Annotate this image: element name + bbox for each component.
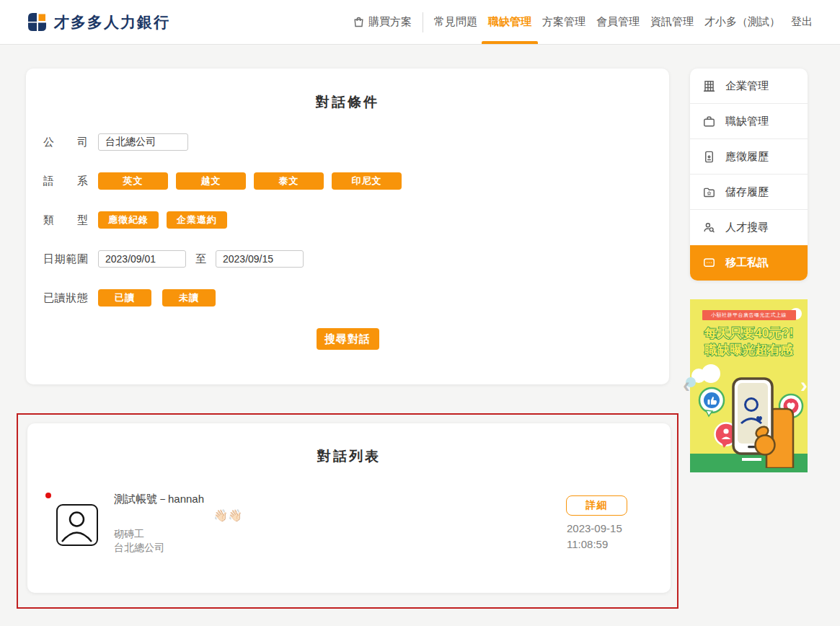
read-status-row: 已讀狀態 已讀 未讀: [43, 289, 652, 307]
sidebar-item-application-resumes[interactable]: 應徵履歷: [690, 139, 808, 175]
nav-label: 才小多（測試）: [704, 15, 780, 29]
nav-item-logout[interactable]: 登出: [791, 0, 813, 44]
nav-divider: [423, 12, 423, 32]
company-label: 公司: [43, 136, 88, 149]
language-button-indonesian[interactable]: 印尼文: [332, 172, 402, 190]
sidebar-item-label: 人才搜尋: [725, 221, 769, 234]
company-input[interactable]: [98, 133, 188, 151]
nav-label: 會員管理: [596, 15, 640, 29]
ad-headline-line2: 職缺曝光超有感: [690, 342, 808, 358]
conversation-list-card: 對話列表 測試帳號－hannah 👋🏻👋🏻 砌磚工 台北總公司 詳細 2023-…: [27, 423, 671, 593]
nav-item-info-management[interactable]: 資訊管理: [650, 0, 694, 44]
language-label: 語系: [43, 175, 88, 188]
list-card-title: 對話列表: [27, 447, 671, 466]
unread-dot: [45, 493, 51, 498]
nav-label: 職缺管理: [488, 15, 531, 29]
sidebar-item-migrant-messages[interactable]: 移工私訊: [690, 245, 808, 281]
sidebar-item-label: 移工私訊: [725, 256, 769, 270]
language-button-english[interactable]: 英文: [98, 172, 168, 190]
nav-label: 方案管理: [542, 15, 585, 29]
nav-item-member-management[interactable]: 會員管理: [596, 0, 640, 44]
nav-item-faq[interactable]: 常見問題: [434, 0, 477, 44]
logo-icon: [27, 12, 47, 32]
ad-illustration: [690, 374, 808, 468]
nav-label: 購買方案: [368, 15, 412, 29]
sidebar-item-talent-search[interactable]: 人才搜尋: [690, 210, 808, 245]
language-row: 語系 英文 越文 泰文 印尼文: [43, 172, 652, 190]
date-range-row: 日期範圍 至: [43, 250, 652, 268]
conversation-company: 台北總公司: [114, 542, 164, 555]
main-nav: 購買方案 常見問題 職缺管理 方案管理 會員管理 資訊管理 才小多（測試） 登出: [353, 0, 813, 44]
language-button-vietnamese[interactable]: 越文: [176, 172, 246, 190]
carousel-left-arrow-icon[interactable]: ‹: [683, 374, 690, 396]
conversation-filter-card: 對話條件 公司 語系 英文 越文 泰文 印尼文 類型 應徵紀錄 企業邀約 日期範…: [26, 69, 669, 384]
briefcase-icon: [702, 114, 716, 128]
type-label: 類型: [43, 213, 88, 227]
shopping-bag-icon: [353, 16, 365, 28]
nav-label: 常見問題: [434, 15, 477, 29]
sidebar-item-label: 應徵履歷: [725, 150, 769, 164]
sidebar-item-company-management[interactable]: 企業管理: [690, 69, 808, 104]
date-to-input[interactable]: [216, 250, 304, 268]
ad-headline-line1: 每天只要40元?!: [690, 325, 808, 342]
company-row: 公司: [43, 133, 652, 151]
sidebar-item-label: 職缺管理: [725, 115, 769, 128]
filter-card-title: 對話條件: [43, 93, 652, 112]
date-from-input[interactable]: [98, 250, 186, 268]
conversation-name: 測試帳號－hannah: [114, 493, 204, 506]
chat-icon: [702, 256, 716, 270]
nav-item-plan-management[interactable]: 方案管理: [542, 0, 585, 44]
language-button-thai[interactable]: 泰文: [254, 172, 324, 190]
nav-item-account[interactable]: 才小多（測試）: [704, 0, 780, 44]
type-row: 類型 應徵紀錄 企業邀約: [43, 211, 652, 229]
unread-button[interactable]: 未讀: [162, 289, 216, 307]
conversation-preview: 👋🏻👋🏻: [213, 508, 242, 522]
folder-star-icon: [702, 185, 716, 199]
avatar: [56, 504, 98, 546]
type-button-application-record[interactable]: 應徵紀錄: [98, 211, 159, 229]
nav-item-purchase-plan[interactable]: 購買方案: [353, 0, 412, 44]
top-header: 才多多人力銀行 購買方案 常見問題 職缺管理 方案管理 會員管理 資訊管理 才小…: [0, 0, 840, 45]
sidebar-item-saved-resumes[interactable]: 儲存履歷: [690, 175, 808, 210]
conversation-date: 2023-09-15: [567, 522, 622, 534]
read-status-label: 已讀狀態: [43, 291, 88, 305]
person-avatar-icon: [58, 506, 96, 544]
sidebar-item-label: 儲存履歷: [725, 185, 769, 199]
conversation-time: 11:08:59: [567, 538, 608, 550]
resume-icon: [702, 149, 716, 164]
nav-label: 資訊管理: [650, 15, 694, 29]
search-conversation-button[interactable]: 搜尋對話: [317, 328, 379, 350]
carousel-right-arrow-icon[interactable]: ›: [800, 374, 808, 396]
brand[interactable]: 才多多人力銀行: [27, 12, 170, 32]
nav-label: 登出: [791, 15, 813, 29]
nav-item-job-management[interactable]: 職缺管理: [488, 0, 531, 44]
ad-banner[interactable]: 小額社群平台廣告曝光正式上線 每天只要40元?! 職缺曝光超有感: [690, 299, 808, 472]
detail-button[interactable]: 詳細: [566, 495, 627, 516]
sidebar-item-job-management[interactable]: 職缺管理: [690, 104, 808, 139]
building-icon: [702, 79, 716, 93]
highlight-red-box: 對話列表 測試帳號－hannah 👋🏻👋🏻 砌磚工 台北總公司 詳細 2023-…: [17, 413, 678, 609]
date-range-label: 日期範圍: [43, 252, 88, 266]
brand-title: 才多多人力銀行: [54, 12, 170, 32]
person-search-icon: [702, 221, 716, 235]
sidebar-item-label: 企業管理: [725, 79, 769, 93]
ad-ribbon: 小額社群平台廣告曝光正式上線: [702, 310, 796, 320]
side-menu: 企業管理 職缺管理 應徵履歷 儲存履歷: [690, 69, 808, 281]
conversation-job: 砌磚工: [114, 528, 144, 541]
read-button[interactable]: 已讀: [98, 289, 151, 307]
type-button-company-invitation[interactable]: 企業邀約: [167, 211, 227, 229]
date-to-word: 至: [195, 252, 206, 266]
